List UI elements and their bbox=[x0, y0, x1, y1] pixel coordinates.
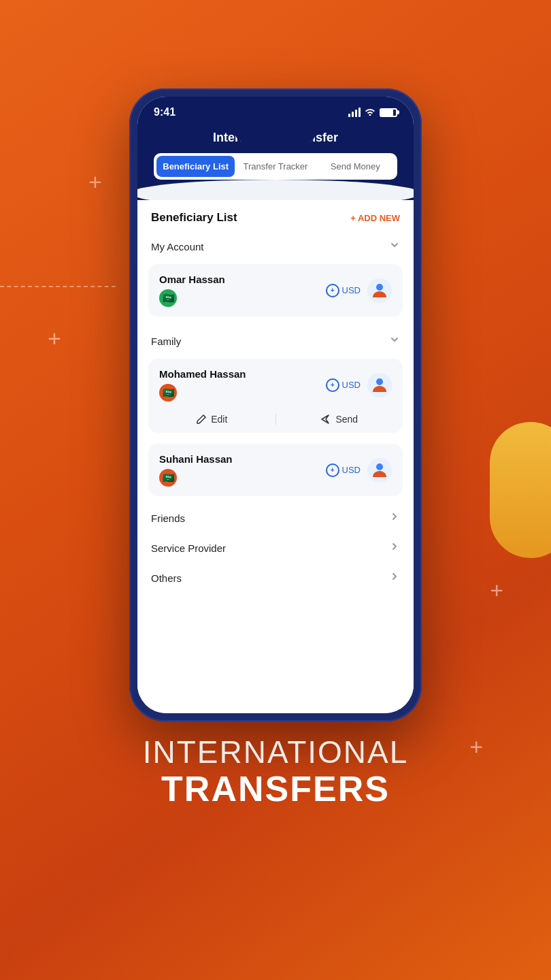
send-button[interactable]: Send bbox=[276, 414, 403, 425]
add-new-button[interactable]: + ADD NEW bbox=[350, 213, 400, 223]
plus-decoration-1: + bbox=[88, 170, 102, 193]
currency-label-omar: USD bbox=[342, 285, 361, 295]
battery-icon bbox=[380, 108, 397, 117]
category-others[interactable]: Others bbox=[137, 563, 414, 593]
currency-badge-mohamed: + USD bbox=[326, 378, 361, 392]
bene-right-omar: + USD bbox=[326, 278, 392, 303]
svg-point-2 bbox=[376, 463, 383, 470]
wave-decoration bbox=[137, 180, 414, 200]
category-family[interactable]: Family bbox=[137, 326, 414, 356]
category-friends[interactable]: Friends bbox=[137, 503, 414, 533]
category-my-account[interactable]: My Account bbox=[137, 231, 414, 261]
svg-point-0 bbox=[376, 284, 383, 291]
family-label: Family bbox=[151, 336, 181, 347]
plus-decoration-2: + bbox=[48, 327, 61, 350]
my-account-chevron-icon bbox=[389, 240, 400, 253]
beneficiary-card-mohamed[interactable]: Mohamed Hassan 🇸🇦 + USD bbox=[148, 359, 403, 411]
send-label: Send bbox=[335, 414, 358, 425]
edit-label: Edit bbox=[211, 414, 227, 425]
tab-beneficiary-list[interactable]: Beneficiary List bbox=[156, 156, 235, 177]
bottom-headline-2: TRANSFERS bbox=[143, 770, 409, 808]
currency-circle-suhani: + bbox=[326, 463, 339, 477]
flag-icon-omar: 🇸🇦 bbox=[159, 289, 177, 307]
tab-send-money[interactable]: Send Money bbox=[316, 156, 395, 177]
currency-label-suhani: USD bbox=[342, 465, 361, 475]
flag-icon-mohamed: 🇸🇦 bbox=[159, 384, 177, 402]
bene-name-omar: Omar Hassan bbox=[159, 274, 225, 285]
svg-point-1 bbox=[376, 378, 383, 385]
friends-label: Friends bbox=[151, 512, 185, 524]
page-title: Beneficiary List bbox=[151, 211, 237, 225]
bottom-text: INTERNATIONAL TRANSFERS bbox=[143, 735, 409, 808]
currency-badge-suhani: + USD bbox=[326, 463, 361, 477]
action-row-mohamed: Edit Send bbox=[148, 406, 403, 433]
bene-left-mohamed: Mohamed Hassan 🇸🇦 bbox=[159, 368, 246, 402]
dynamic-island bbox=[235, 120, 316, 143]
bene-name-mohamed: Mohamed Hassan bbox=[159, 368, 246, 380]
friends-chevron-icon bbox=[389, 511, 400, 525]
bottom-headline-1: INTERNATIONAL bbox=[143, 735, 409, 770]
bene-right-suhani: + USD bbox=[326, 458, 392, 483]
family-chevron-icon bbox=[389, 334, 400, 348]
phone-wrapper: 9:41 International bbox=[129, 88, 422, 721]
my-account-label: My Account bbox=[151, 241, 204, 252]
category-service-provider[interactable]: Service Provider bbox=[137, 533, 414, 563]
service-provider-chevron-icon bbox=[389, 541, 400, 555]
wifi-icon bbox=[365, 107, 375, 118]
bene-left-omar: Omar Hassan 🇸🇦 bbox=[159, 274, 225, 307]
flag-icon-suhani: 🇸🇦 bbox=[159, 469, 177, 487]
edit-button[interactable]: Edit bbox=[148, 414, 276, 425]
yellow-blob-decoration bbox=[490, 422, 551, 558]
currency-badge-omar: + USD bbox=[326, 284, 361, 297]
bene-name-suhani: Suhani Hassan bbox=[159, 453, 233, 465]
avatar-mohamed bbox=[367, 373, 392, 397]
status-icons bbox=[348, 107, 397, 118]
plus-decoration-4: + bbox=[469, 735, 483, 758]
currency-circle-mohamed: + bbox=[326, 378, 339, 392]
others-chevron-icon bbox=[389, 571, 400, 585]
avatar-omar bbox=[367, 278, 392, 303]
currency-label-mohamed: USD bbox=[342, 380, 361, 390]
avatar-suhani bbox=[367, 458, 392, 483]
phone-screen: 9:41 International bbox=[137, 97, 414, 713]
content-area: Beneficiary List + ADD NEW My Account bbox=[137, 200, 414, 713]
bene-right-mohamed: + USD bbox=[326, 373, 392, 397]
status-time: 9:41 bbox=[154, 106, 176, 118]
plus-decoration-3: + bbox=[490, 578, 503, 602]
beneficiary-card-omar[interactable]: Omar Hassan 🇸🇦 + USD bbox=[148, 264, 403, 316]
dashed-line-decoration bbox=[0, 286, 116, 287]
others-label: Others bbox=[151, 572, 182, 584]
tab-transfer-tracker[interactable]: Transfer Tracker bbox=[236, 156, 314, 177]
bene-left-suhani: Suhani Hassan 🇸🇦 bbox=[159, 453, 233, 487]
tabs-container: Beneficiary List Transfer Tracker Send M… bbox=[154, 153, 397, 180]
signal-bars-icon bbox=[348, 108, 361, 117]
phone-frame: 9:41 International bbox=[129, 88, 422, 721]
currency-circle-omar: + bbox=[326, 284, 339, 297]
beneficiary-card-suhani[interactable]: Suhani Hassan 🇸🇦 + USD bbox=[148, 444, 403, 496]
service-provider-label: Service Provider bbox=[151, 542, 226, 554]
section-header: Beneficiary List + ADD NEW bbox=[137, 200, 414, 231]
